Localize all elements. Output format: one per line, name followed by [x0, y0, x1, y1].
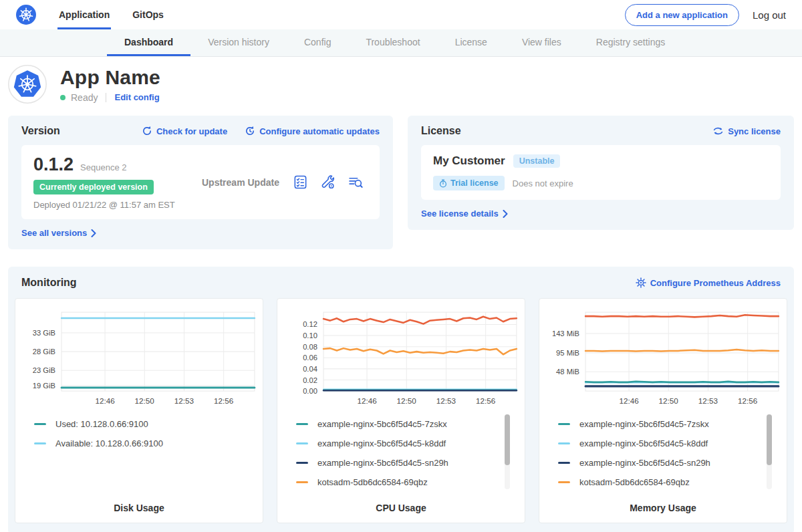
app-header: App Name Ready Edit config [8, 65, 786, 104]
nav-tab-gitops[interactable]: GitOps [131, 0, 165, 29]
legend-color-dash [34, 442, 46, 444]
chart-legend: example-nginx-5bc6f5d4c5-7zskxexample-ng… [558, 414, 783, 492]
legend-item[interactable]: example-nginx-5bc6f5d4c5-k8ddf [296, 434, 521, 453]
legend-color-dash [558, 481, 570, 483]
svg-text:12:46: 12:46 [357, 396, 376, 405]
svg-text:0.08: 0.08 [303, 343, 317, 351]
svg-text:48 MiB: 48 MiB [556, 368, 579, 376]
cpu-usage-plot[interactable]: 12:4612:5012:5312:560.000.020.040.060.08… [281, 307, 521, 409]
license-expiration: Does not expire [513, 178, 573, 188]
monitoring-title: Monitoring [21, 277, 636, 289]
tab-license[interactable]: License [438, 29, 505, 56]
edit-config-link[interactable]: Edit config [114, 92, 159, 102]
tab-dashboard[interactable]: Dashboard [107, 29, 190, 56]
legend-color-dash [296, 442, 308, 444]
disk-usage-plot[interactable]: 12:4612:5012:5312:5619 GiB23 GiB28 GiB33… [19, 307, 259, 409]
divider [106, 93, 106, 102]
add-new-application-button[interactable]: Add a new application [625, 4, 739, 26]
memory-usage-plot[interactable]: 12:4612:5012:5312:5648 MiB95 MiB143 MiB [543, 307, 783, 409]
scheduled-update-icon [245, 126, 255, 136]
status-dot [60, 95, 65, 100]
legend-color-dash [296, 423, 308, 425]
configure-prometheus-label: Configure Prometheus Address [650, 278, 781, 288]
chart-legend: example-nginx-5bc6f5d4c5-7zskxexample-ng… [296, 414, 521, 492]
legend-label: example-nginx-5bc6f5d4c5-sn29h [317, 458, 448, 468]
preflight-checks-icon[interactable] [293, 174, 308, 190]
legend-item[interactable]: example-nginx-5bc6f5d4c5-7zskx [296, 414, 521, 434]
configure-prometheus-link[interactable]: Configure Prometheus Address [636, 277, 781, 288]
tab-troubleshoot[interactable]: Troubleshoot [348, 29, 437, 56]
deployed-timestamp: Deployed 01/21/22 @ 11:57 am EST [33, 200, 202, 210]
kubernetes-logo[interactable] [16, 0, 36, 29]
license-card: License Sync license My Customer Unstabl… [408, 116, 794, 230]
svg-text:12:53: 12:53 [436, 396, 456, 405]
sync-license-link[interactable]: Sync license [712, 126, 781, 136]
current-version-panel: 0.1.2 Sequence 2 Currently deployed vers… [21, 145, 380, 219]
app-kubernetes-icon [8, 65, 47, 104]
legend-color-dash [558, 442, 570, 444]
refresh-icon [142, 126, 152, 136]
svg-text:12:50: 12:50 [659, 396, 679, 405]
legend-item[interactable]: Used: 10.128.0.66:9100 [34, 414, 259, 434]
legend-label: example-nginx-5bc6f5d4c5-7zskx [579, 419, 709, 429]
app-sub-nav: Dashboard Version history Config Trouble… [0, 29, 802, 57]
svg-text:95 MiB: 95 MiB [556, 349, 579, 357]
license-type-badge: Trial license [433, 176, 505, 190]
chart-title: Memory Usage [543, 503, 783, 513]
legend-label: example-nginx-5bc6f5d4c5-sn29h [579, 458, 710, 468]
version-number: 0.1.2 [33, 154, 74, 175]
chart-title: Disk Usage [19, 503, 259, 513]
legend-item[interactable]: example-nginx-5bc6f5d4c5-sn29h [296, 453, 521, 473]
tab-view-files[interactable]: View files [505, 29, 579, 56]
configure-automatic-updates-link[interactable]: Configure automatic updates [245, 126, 380, 136]
svg-text:12:50: 12:50 [397, 396, 417, 405]
tab-version-history[interactable]: Version history [190, 29, 287, 56]
see-all-versions-link[interactable]: See all versions [21, 228, 96, 238]
logout-link[interactable]: Log out [753, 9, 786, 21]
edit-config-icon[interactable] [320, 174, 336, 190]
legend-color-dash [296, 462, 308, 464]
svg-text:12:50: 12:50 [135, 396, 155, 405]
check-for-update-link[interactable]: Check for update [142, 126, 227, 136]
legend-label: example-nginx-5bc6f5d4c5-7zskx [317, 419, 447, 429]
legend-label: example-nginx-5bc6f5d4c5-k8ddf [317, 438, 446, 448]
kubernetes-helm-icon [16, 5, 36, 25]
legend-scrollbar[interactable] [505, 414, 510, 489]
tab-registry-settings[interactable]: Registry settings [579, 29, 682, 56]
see-license-details-label: See license details [421, 209, 499, 219]
svg-text:0.06: 0.06 [303, 354, 317, 362]
legend-label: kotsadm-5db6dc6584-69qbz [579, 477, 690, 487]
svg-text:12:56: 12:56 [214, 396, 233, 405]
disk-usage-chart-card: 12:4612:5012:5312:5619 GiB23 GiB28 GiB33… [15, 298, 263, 523]
tab-config[interactable]: Config [287, 29, 348, 56]
svg-text:0.00: 0.00 [303, 387, 317, 395]
legend-item[interactable]: kotsadm-5db6dc6584-69qbz [296, 473, 521, 492]
legend-scrollbar[interactable] [767, 414, 772, 489]
legend-color-dash [558, 462, 570, 464]
chevron-right-icon [503, 210, 508, 218]
cards-row: Version Check for update Configure autom… [8, 116, 794, 249]
stopwatch-icon [439, 179, 447, 188]
legend-item[interactable]: Available: 10.128.0.66:9100 [34, 434, 259, 453]
svg-text:28 GiB: 28 GiB [33, 348, 55, 356]
view-logs-icon[interactable] [348, 174, 364, 190]
page-title: App Name [60, 66, 160, 89]
see-all-versions-label: See all versions [21, 228, 87, 238]
sync-icon [712, 126, 724, 136]
svg-text:12:53: 12:53 [174, 396, 194, 405]
see-license-details-link[interactable]: See license details [421, 209, 508, 219]
legend-item[interactable]: kotsadm-5db6dc6584-69qbz [558, 473, 783, 492]
svg-text:19 GiB: 19 GiB [33, 382, 55, 390]
legend-item[interactable]: example-nginx-5bc6f5d4c5-sn29h [558, 453, 783, 473]
legend-label: Used: 10.128.0.66:9100 [55, 419, 148, 429]
license-type-label: Trial license [450, 178, 499, 188]
svg-text:12:53: 12:53 [698, 396, 718, 405]
legend-color-dash [34, 423, 46, 425]
legend-item[interactable]: example-nginx-5bc6f5d4c5-k8ddf [558, 434, 783, 453]
legend-label: example-nginx-5bc6f5d4c5-k8ddf [579, 438, 708, 448]
svg-text:12:46: 12:46 [95, 396, 114, 405]
nav-tab-application[interactable]: Application [57, 0, 111, 29]
svg-text:143 MiB: 143 MiB [552, 329, 579, 338]
legend-item[interactable]: example-nginx-5bc6f5d4c5-7zskx [558, 414, 783, 434]
svg-text:0.02: 0.02 [303, 376, 317, 384]
